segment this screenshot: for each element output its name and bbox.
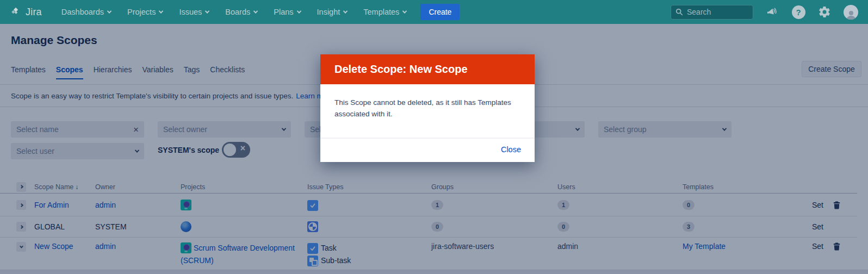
gear-icon[interactable] bbox=[817, 5, 832, 19]
search-box[interactable] bbox=[671, 5, 753, 20]
nav-item-dashboards[interactable]: Dashboards bbox=[61, 8, 111, 16]
search-icon bbox=[675, 8, 683, 16]
search-input[interactable] bbox=[687, 8, 747, 16]
megaphone-icon[interactable] bbox=[765, 5, 779, 19]
nav-item-projects[interactable]: Projects bbox=[127, 8, 163, 16]
chevron-down-icon bbox=[205, 9, 209, 13]
chevron-down-icon bbox=[253, 9, 258, 13]
chevron-down-icon bbox=[296, 9, 301, 13]
chevron-down-icon bbox=[159, 9, 163, 13]
dialog-footer: Close bbox=[320, 138, 535, 162]
logo-text: Jira bbox=[26, 7, 42, 18]
create-button[interactable]: Create bbox=[420, 4, 460, 20]
dialog-body: This Scope cannot be deleted, as it stil… bbox=[320, 84, 535, 138]
dialog-header: Delete Scope: New Scope bbox=[320, 54, 535, 84]
dialog-title: Delete Scope: New Scope bbox=[334, 63, 468, 76]
nav-item-insight[interactable]: Insight bbox=[317, 8, 348, 16]
close-button[interactable]: Close bbox=[501, 145, 521, 154]
chevron-down-icon bbox=[402, 9, 407, 13]
nav-item-boards[interactable]: Boards bbox=[225, 8, 257, 16]
nav-item-templates[interactable]: Templates bbox=[363, 8, 406, 16]
delete-scope-dialog: Delete Scope: New Scope This Scope canno… bbox=[320, 54, 535, 162]
chevron-down-icon bbox=[343, 9, 348, 13]
help-icon[interactable]: ? bbox=[791, 5, 805, 19]
chevron-down-icon bbox=[107, 9, 111, 13]
jira-logo-icon bbox=[10, 6, 22, 18]
top-navigation: Jira Dashboards Projects Issues Boards P… bbox=[0, 0, 868, 24]
nav-right-cluster: ? bbox=[671, 5, 858, 20]
nav-item-plans[interactable]: Plans bbox=[274, 8, 300, 16]
nav-menu: Dashboards Projects Issues Boards Plans … bbox=[61, 8, 407, 16]
jira-logo[interactable]: Jira bbox=[10, 6, 42, 18]
avatar[interactable] bbox=[844, 5, 858, 20]
nav-item-issues[interactable]: Issues bbox=[179, 8, 209, 16]
